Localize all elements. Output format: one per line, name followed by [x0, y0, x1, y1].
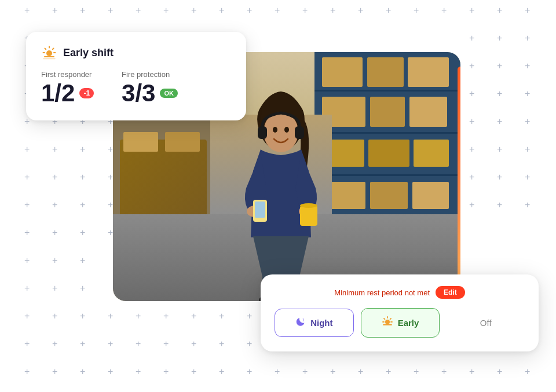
svg-line-29 — [384, 318, 385, 319]
svg-rect-8 — [255, 202, 265, 218]
first-responder-value: 1/2 — [41, 81, 75, 105]
early-shift-label: Early — [398, 318, 419, 328]
early-shift-card: Early shift First responder 1/2 -1 Fire … — [26, 32, 246, 120]
moon-icon — [295, 316, 306, 329]
first-responder-stat: First responder 1/2 -1 — [41, 70, 94, 105]
svg-line-20 — [45, 49, 46, 50]
sunrise-icon — [382, 316, 393, 330]
sun-icon — [41, 45, 57, 61]
card-header: Early shift — [41, 45, 231, 61]
first-responder-value-row: 1/2 -1 — [41, 81, 94, 105]
svg-line-17 — [53, 49, 54, 50]
fire-protection-value: 3/3 — [122, 81, 155, 105]
early-shift-button[interactable]: Early — [361, 308, 440, 338]
night-shift-button[interactable]: Night — [275, 309, 354, 337]
svg-rect-4 — [258, 126, 267, 139]
svg-point-11 — [300, 203, 317, 208]
alert-row: Minimum rest period not met Edit — [275, 286, 525, 299]
svg-rect-5 — [295, 126, 304, 139]
card-stats: First responder 1/2 -1 Fire protection 3… — [41, 70, 231, 105]
fire-protection-value-row: 3/3 OK — [122, 81, 178, 105]
svg-point-3 — [284, 127, 289, 133]
off-shift-button[interactable]: Off — [447, 311, 525, 335]
first-responder-badge: -1 — [79, 88, 94, 98]
svg-line-26 — [390, 318, 390, 319]
shift-buttons-row: Night Early Off — [275, 308, 525, 338]
fire-protection-stat: Fire protection 3/3 OK — [122, 70, 178, 105]
edit-button[interactable]: Edit — [436, 286, 465, 299]
svg-point-2 — [273, 127, 277, 133]
fire-protection-badge: OK — [160, 89, 178, 98]
night-shift-label: Night — [310, 318, 332, 328]
svg-point-24 — [385, 320, 390, 324]
svg-rect-10 — [300, 206, 317, 226]
off-shift-label: Off — [480, 318, 492, 328]
shift-selector-card: Minimum rest period not met Edit Night — [261, 274, 539, 351]
svg-point-21 — [46, 50, 52, 56]
first-responder-label: First responder — [41, 70, 94, 79]
card-title: Early shift — [63, 47, 114, 59]
alert-text: Minimum rest period not met — [334, 288, 430, 297]
fire-protection-label: Fire protection — [122, 70, 178, 79]
